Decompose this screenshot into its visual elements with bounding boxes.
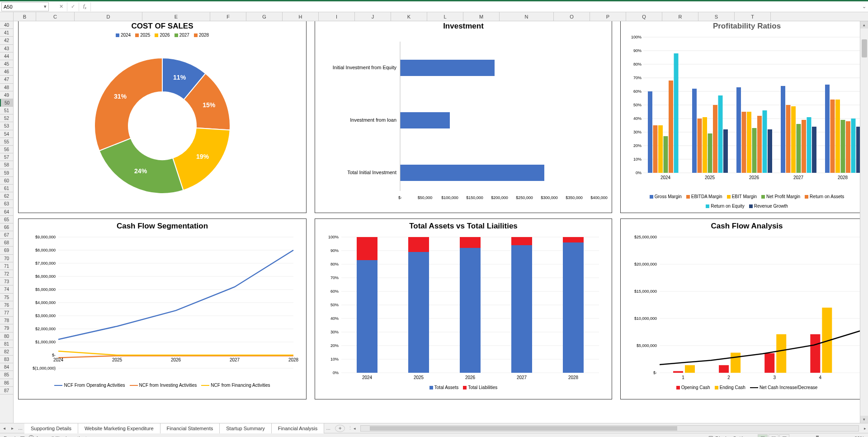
- zoom-in-button[interactable]: +: [848, 436, 851, 437]
- row-header[interactable]: 41: [0, 29, 13, 37]
- row-header[interactable]: 68: [0, 239, 13, 247]
- row-header[interactable]: 81: [0, 340, 13, 348]
- column-header[interactable]: P: [590, 12, 626, 21]
- column-header[interactable]: T: [735, 12, 771, 21]
- zoom-out-button[interactable]: −: [794, 436, 797, 437]
- formula-input[interactable]: [91, 2, 860, 11]
- tab-nav-more-icon[interactable]: …: [324, 426, 332, 431]
- row-header[interactable]: 47: [0, 76, 13, 83]
- row-header[interactable]: 59: [0, 169, 13, 177]
- row-header[interactable]: 61: [0, 185, 13, 192]
- row-header[interactable]: 85: [0, 371, 13, 379]
- column-header[interactable]: R: [662, 12, 698, 21]
- row-header[interactable]: 74: [0, 285, 13, 293]
- row-header[interactable]: 50: [0, 99, 13, 107]
- row-header[interactable]: 44: [0, 52, 13, 60]
- row-header[interactable]: 84: [0, 363, 13, 371]
- chevron-down-icon[interactable]: ▾: [44, 4, 47, 10]
- sheet-tab[interactable]: Startup Summary: [220, 423, 272, 433]
- row-header[interactable]: 53: [0, 122, 13, 130]
- column-header[interactable]: D: [75, 12, 142, 21]
- row-header[interactable]: 65: [0, 216, 13, 223]
- row-header[interactable]: 86: [0, 379, 13, 387]
- row-header[interactable]: 43: [0, 45, 13, 52]
- row-header[interactable]: 55: [0, 138, 13, 146]
- row-header[interactable]: 77: [0, 309, 13, 317]
- display-settings-icon[interactable]: 🖵: [708, 435, 713, 437]
- row-header[interactable]: 64: [0, 208, 13, 216]
- normal-view-icon[interactable]: ▦: [758, 434, 768, 437]
- tab-nav-more-icon[interactable]: …: [16, 426, 24, 431]
- tab-nav-prev-icon[interactable]: ◂: [0, 426, 8, 431]
- row-header[interactable]: 78: [0, 317, 13, 324]
- page-break-view-icon[interactable]: ▥: [779, 434, 789, 437]
- chart-cash-flow-segmentation[interactable]: Cash Flow Segmentation $(1,000,000)$-$1,…: [18, 218, 307, 399]
- hscroll-left-icon[interactable]: ◂: [351, 426, 358, 431]
- macro-icon[interactable]: ▦: [20, 435, 25, 437]
- row-header[interactable]: 76: [0, 301, 13, 309]
- column-header[interactable]: C: [36, 12, 75, 21]
- column-header[interactable]: Q: [626, 12, 662, 21]
- column-header[interactable]: F: [210, 12, 246, 21]
- hscroll-right-icon[interactable]: ▸: [862, 426, 868, 431]
- sheet-tab[interactable]: Website Marketing Expenditure: [78, 423, 160, 433]
- horizontal-scrollbar[interactable]: [360, 425, 859, 432]
- scroll-thumb[interactable]: [862, 39, 867, 57]
- row-header[interactable]: 83: [0, 356, 13, 363]
- select-all-corner[interactable]: [0, 12, 14, 21]
- zoom-level[interactable]: 80%: [854, 436, 864, 437]
- sheet-tab[interactable]: Supporting Details: [24, 423, 78, 433]
- column-header[interactable]: O: [554, 12, 590, 21]
- fx-icon[interactable]: fx: [79, 2, 91, 11]
- column-header[interactable]: L: [427, 12, 463, 21]
- chart-profitability[interactable]: Profitability Ratios 0%10%20%30%40%50%60…: [620, 21, 860, 213]
- vertical-scrollbar[interactable]: ▴ ▾: [860, 21, 868, 423]
- row-header[interactable]: 56: [0, 146, 13, 153]
- row-header[interactable]: 80: [0, 332, 13, 340]
- row-header[interactable]: 79: [0, 324, 13, 332]
- row-header[interactable]: 48: [0, 84, 13, 91]
- row-header[interactable]: 87: [0, 387, 13, 394]
- row-header[interactable]: 60: [0, 177, 13, 185]
- chart-assets-liabilities[interactable]: Total Assets vs Total Liailities 0%10%20…: [315, 218, 612, 399]
- row-header[interactable]: 45: [0, 60, 13, 68]
- row-header[interactable]: 54: [0, 130, 13, 138]
- row-header[interactable]: 75: [0, 294, 13, 301]
- column-header[interactable]: N: [500, 12, 554, 21]
- accessibility-icon[interactable]: ⓘ: [28, 434, 34, 437]
- sheet-tab[interactable]: Financial Analysis: [272, 423, 324, 433]
- row-header[interactable]: 66: [0, 223, 13, 231]
- row-header[interactable]: 82: [0, 348, 13, 356]
- row-header[interactable]: 70: [0, 255, 13, 262]
- column-header[interactable]: S: [698, 12, 735, 21]
- row-header[interactable]: 62: [0, 192, 13, 200]
- row-header[interactable]: 52: [0, 114, 13, 122]
- column-header[interactable]: E: [142, 12, 210, 21]
- column-header[interactable]: M: [463, 12, 500, 21]
- status-display-settings[interactable]: Display Settings: [715, 436, 751, 437]
- row-header[interactable]: 49: [0, 91, 13, 99]
- column-header[interactable]: H: [283, 12, 319, 21]
- formula-collapse-icon[interactable]: ⌄: [860, 4, 868, 10]
- name-box[interactable]: A50 ▾: [1, 2, 49, 11]
- column-header[interactable]: G: [246, 12, 283, 21]
- column-header[interactable]: B: [14, 12, 36, 21]
- column-header[interactable]: K: [391, 12, 427, 21]
- page-layout-view-icon[interactable]: ▤: [769, 434, 778, 437]
- row-header[interactable]: 73: [0, 278, 13, 285]
- row-header[interactable]: 69: [0, 247, 13, 254]
- row-header[interactable]: 71: [0, 262, 13, 270]
- row-header[interactable]: 57: [0, 153, 13, 161]
- row-header[interactable]: 58: [0, 161, 13, 169]
- scroll-up-icon[interactable]: ▴: [860, 21, 868, 28]
- worksheet-area[interactable]: COST OF SALES 20242025202620272028 11%15…: [14, 21, 860, 423]
- row-header[interactable]: 51: [0, 107, 13, 114]
- row-header[interactable]: 46: [0, 68, 13, 76]
- row-header[interactable]: 72: [0, 270, 13, 278]
- chart-investment[interactable]: Investment Initial Investment from Equit…: [315, 21, 612, 213]
- add-sheet-button[interactable]: +: [335, 425, 345, 432]
- row-header[interactable]: 42: [0, 37, 13, 44]
- scroll-thumb[interactable]: [370, 426, 677, 431]
- row-header[interactable]: 67: [0, 231, 13, 239]
- chart-cost-of-sales[interactable]: COST OF SALES 20242025202620272028 11%15…: [18, 21, 307, 213]
